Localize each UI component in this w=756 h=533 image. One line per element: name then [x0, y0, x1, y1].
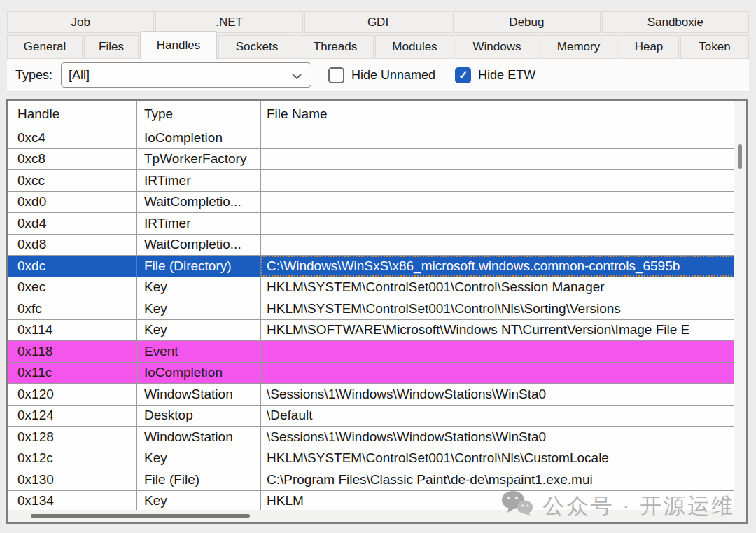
cell-handle[interactable]: 0xc8 — [8, 149, 137, 170]
cell-file-name[interactable]: \Sessions\1\Windows\WindowStations\WinSt… — [261, 384, 746, 405]
horizontal-scrollbar[interactable] — [8, 510, 734, 522]
cell-file-name[interactable] — [261, 170, 746, 191]
table-row[interactable]: 0x118Event — [8, 341, 746, 363]
cell-handle[interactable]: 0x134 — [8, 491, 137, 512]
hide-etw-group: ✓ Hide ETW — [455, 67, 536, 83]
cell-handle[interactable]: 0x120 — [8, 384, 137, 405]
tab-net[interactable]: .NET — [155, 11, 302, 33]
cell-type[interactable]: WindowStation — [137, 427, 261, 448]
cell-handle[interactable]: 0xd0 — [8, 192, 137, 213]
table-row[interactable]: 0xd0WaitCompletio... — [8, 192, 746, 214]
cell-file-name[interactable]: HKLM\SYSTEM\ControlSet001\Control\Sessio… — [261, 277, 746, 298]
hide-etw-checkbox[interactable]: ✓ — [455, 67, 471, 83]
cell-type[interactable]: Desktop — [137, 406, 261, 427]
table-row[interactable]: 0xd8WaitCompletio... — [8, 235, 746, 256]
cell-type[interactable]: WaitCompletio... — [137, 192, 261, 213]
table-row[interactable]: 0x134KeyHKLM — [8, 491, 746, 513]
column-header-file-name[interactable]: File Name — [261, 101, 746, 127]
cell-handle[interactable]: 0xd4 — [8, 213, 137, 234]
cell-file-name[interactable]: HKLM — [261, 491, 746, 512]
tab-sockets[interactable]: Sockets — [218, 35, 295, 59]
table-row[interactable]: 0xc4IoCompletion — [8, 127, 746, 149]
cell-type[interactable]: Event — [137, 341, 261, 362]
tab-gdi[interactable]: GDI — [304, 11, 451, 33]
cell-file-name[interactable]: HKLM\SYSTEM\ControlSet001\Control\Nls\So… — [261, 298, 746, 319]
tab-windows[interactable]: Windows — [456, 35, 538, 59]
table-header-row: Handle Type File Name — [8, 101, 746, 127]
cell-handle[interactable]: 0x114 — [8, 320, 137, 341]
cell-file-name[interactable]: C:\Program Files\Classic Paint\de-de\msp… — [261, 469, 746, 490]
cell-file-name[interactable] — [261, 363, 746, 384]
table-row[interactable]: 0xecKeyHKLM\SYSTEM\ControlSet001\Control… — [8, 277, 746, 299]
tab-files[interactable]: Files — [84, 35, 139, 59]
cell-file-name[interactable] — [261, 341, 746, 362]
cell-handle[interactable]: 0xdc — [8, 256, 137, 277]
cell-type[interactable]: File (Directory) — [137, 256, 261, 277]
table-row[interactable]: 0x128WindowStation\Sessions\1\Windows\Wi… — [8, 427, 746, 448]
cell-type[interactable]: Key — [137, 448, 261, 469]
column-header-type[interactable]: Type — [137, 101, 261, 127]
tab-memory[interactable]: Memory — [540, 35, 617, 59]
cell-type[interactable]: TpWorkerFactory — [137, 149, 261, 170]
cell-file-name[interactable] — [261, 235, 746, 256]
vertical-scrollbar[interactable] — [734, 101, 746, 522]
tab-sandboxie[interactable]: Sandboxie — [602, 11, 749, 33]
cell-handle[interactable]: 0xd8 — [8, 235, 137, 256]
table-row[interactable]: 0x130File (File)C:\Program Files\Classic… — [8, 469, 746, 491]
horizontal-scrollbar-thumb[interactable] — [31, 514, 250, 518]
cell-handle[interactable]: 0x118 — [8, 341, 137, 362]
cell-type[interactable]: IoCompletion — [137, 127, 261, 148]
tab-handles[interactable]: Handles — [140, 31, 217, 60]
cell-file-name[interactable]: \Sessions\1\Windows\WindowStations\WinSt… — [261, 427, 746, 448]
cell-handle[interactable]: 0xcc — [8, 170, 137, 191]
table-row[interactable]: 0x114KeyHKLM\SOFTWARE\Microsoft\Windows … — [8, 320, 746, 342]
table-row[interactable]: 0xccIRTimer — [8, 170, 746, 192]
table-row[interactable]: 0x120WindowStation\Sessions\1\Windows\Wi… — [8, 384, 746, 406]
cell-type[interactable]: IRTimer — [137, 170, 261, 191]
cell-file-name[interactable]: HKLM\SYSTEM\ControlSet001\Control\Nls\Cu… — [261, 448, 746, 469]
table-row[interactable]: 0xfcKeyHKLM\SYSTEM\ControlSet001\Control… — [8, 298, 746, 320]
tab-general[interactable]: General — [7, 35, 83, 59]
vertical-scrollbar-thumb[interactable] — [738, 144, 742, 169]
cell-file-name[interactable]: \Default — [261, 406, 746, 427]
tab-job[interactable]: Job — [7, 11, 154, 33]
tab-token[interactable]: Token — [680, 35, 749, 59]
cell-type[interactable]: IRTimer — [137, 213, 261, 234]
types-combobox[interactable]: [All] — [61, 62, 312, 88]
cell-type[interactable]: WaitCompletio... — [137, 235, 261, 256]
cell-file-name[interactable] — [261, 213, 746, 234]
cell-type[interactable]: Key — [137, 320, 261, 341]
table-row[interactable]: 0x124Desktop\Default — [8, 406, 746, 427]
cell-handle[interactable]: 0xec — [8, 277, 137, 298]
tab-debug[interactable]: Debug — [453, 11, 600, 33]
cell-file-name[interactable]: C:\Windows\WinSxS\x86_microsoft.windows.… — [261, 256, 746, 277]
cell-handle[interactable]: 0x11c — [8, 363, 137, 384]
tab-heap[interactable]: Heap — [619, 35, 679, 59]
cell-type[interactable]: WindowStation — [137, 384, 261, 405]
table-row[interactable]: 0xd4IRTimer — [8, 213, 746, 235]
cell-handle[interactable]: 0x12c — [8, 448, 137, 469]
hide-unnamed-checkbox[interactable] — [328, 67, 344, 83]
column-header-handle[interactable]: Handle — [8, 101, 137, 127]
table-row[interactable]: 0x12cKeyHKLM\SYSTEM\ControlSet001\Contro… — [8, 448, 746, 470]
cell-handle[interactable]: 0xc4 — [8, 127, 137, 148]
cell-file-name[interactable] — [261, 192, 746, 213]
tab-strip-row1: Job.NETGDIDebugSandboxie — [7, 11, 749, 33]
cell-handle[interactable]: 0x124 — [8, 406, 137, 427]
cell-file-name[interactable] — [261, 127, 746, 148]
cell-type[interactable]: Key — [137, 298, 261, 319]
tab-modules[interactable]: Modules — [375, 35, 454, 59]
cell-handle[interactable]: 0xfc — [8, 298, 137, 319]
cell-handle[interactable]: 0x130 — [8, 469, 137, 490]
cell-file-name[interactable] — [261, 149, 746, 170]
table-row[interactable]: 0xdcFile (Directory)C:\Windows\WinSxS\x8… — [8, 256, 746, 277]
table-row[interactable]: 0x11cIoCompletion — [8, 363, 746, 385]
cell-type[interactable]: Key — [137, 491, 261, 512]
cell-type[interactable]: IoCompletion — [137, 363, 261, 384]
cell-type[interactable]: File (File) — [137, 469, 261, 490]
tab-threads[interactable]: Threads — [297, 35, 374, 59]
cell-type[interactable]: Key — [137, 277, 261, 298]
cell-file-name[interactable]: HKLM\SOFTWARE\Microsoft\Windows NT\Curre… — [261, 320, 746, 341]
cell-handle[interactable]: 0x128 — [8, 427, 137, 448]
table-row[interactable]: 0xc8TpWorkerFactory — [8, 149, 746, 171]
